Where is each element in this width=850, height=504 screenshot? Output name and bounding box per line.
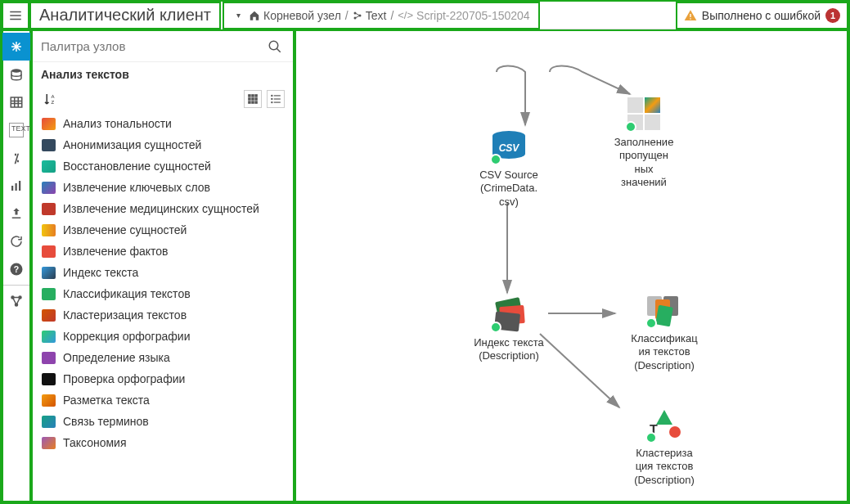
rail-table[interactable] — [2, 88, 30, 116]
svg-text:?: ? — [14, 264, 19, 274]
palette-item[interactable]: Кластеризация текстов — [33, 304, 293, 326]
palette-item[interactable]: Определение языка — [33, 347, 293, 368]
node-classification[interactable]: Классификация текстов(Description) — [619, 293, 709, 372]
search-button[interactable] — [265, 37, 285, 56]
svg-rect-21 — [254, 94, 258, 97]
palette-item-label: Разметка текста — [63, 394, 150, 407]
palette-item-label: Извлечение медицинских сущностей — [63, 202, 259, 215]
rail-text[interactable]: TEXT — [2, 116, 30, 144]
status-text: Выполнено с ошибкой — [702, 9, 821, 22]
rail-star[interactable] — [2, 33, 30, 61]
node-fill-missing[interactable]: Заполнениепропущенныхзначений — [599, 97, 689, 189]
search-input[interactable] — [41, 39, 265, 53]
rail-refresh[interactable] — [2, 227, 30, 255]
grid-view-button[interactable] — [244, 90, 262, 108]
canvas[interactable]: CSV CSV Source(CrimeData.csv) Заполнение… — [295, 29, 848, 502]
status-ok-icon — [490, 154, 501, 165]
palette-item-label: Извлечение фактов — [63, 245, 168, 258]
palette-item[interactable]: Извлечение сущностей — [33, 219, 293, 241]
palette-item-label: Кластеризация текстов — [63, 308, 187, 322]
svg-rect-26 — [251, 101, 254, 104]
svg-rect-24 — [254, 97, 258, 101]
rail-db[interactable] — [2, 61, 30, 88]
code-icon: </> — [398, 9, 413, 21]
palette-item[interactable]: Анализ тональности — [33, 113, 293, 134]
palette-panel: Анализ текстов AZ Анализ тональностиАнон… — [31, 29, 295, 502]
svg-rect-3 — [690, 14, 690, 17]
svg-text:Z: Z — [52, 100, 55, 105]
status-ok-icon — [625, 121, 636, 133]
palette-item-label: Проверка орфографии — [63, 372, 185, 385]
grid-icon — [247, 93, 259, 105]
palette-item[interactable]: Таксономия — [33, 432, 293, 453]
menu-button[interactable] — [2, 2, 29, 29]
node-icon — [41, 137, 56, 152]
status-ok-icon — [645, 432, 657, 443]
node-label: Классификац — [631, 332, 697, 344]
node-icon — [41, 393, 56, 407]
svg-rect-31 — [274, 98, 281, 99]
palette-item[interactable]: Проверка орфографии — [33, 368, 293, 389]
node-csv-source[interactable]: CSV CSV Source(CrimeData.csv) — [464, 129, 554, 209]
palette-item-label: Анонимизация сущностей — [63, 138, 201, 151]
svg-text:A: A — [52, 94, 55, 99]
search-icon — [268, 39, 282, 54]
palette-item[interactable]: Анонимизация сущностей — [33, 134, 293, 155]
node-icon — [41, 244, 56, 259]
palette-item-label: Извлечение сущностей — [63, 223, 187, 236]
list-view-button[interactable] — [267, 90, 285, 108]
breadcrumb[interactable]: ▾ Корневой узел / Text / </> Script-2207… — [223, 2, 540, 29]
node-icon — [41, 308, 56, 322]
svg-rect-4 — [690, 18, 690, 19]
links-layer — [296, 31, 847, 501]
rail-upload[interactable] — [2, 200, 30, 227]
branch-icon — [353, 11, 362, 20]
svg-point-28 — [271, 95, 272, 97]
breadcrumb-folder[interactable]: Text — [366, 9, 387, 22]
status-bar[interactable]: Выполнено с ошибкой 1 — [676, 2, 848, 29]
breadcrumb-root[interactable]: Корневой узел — [263, 9, 341, 22]
rail-help[interactable]: ? — [2, 255, 30, 283]
category-title: Анализ текстов — [33, 62, 293, 87]
palette-item[interactable]: Извлечение фактов — [33, 241, 293, 262]
rail-percent[interactable]: ⁒ — [2, 144, 30, 172]
palette-item-label: Индекс текста — [63, 266, 138, 279]
home-icon — [249, 10, 260, 21]
app-title: Аналитический клиент — [29, 2, 221, 29]
palette-item[interactable]: Связь терминов — [33, 411, 293, 432]
node-icon — [41, 350, 56, 365]
palette-item[interactable]: Извлечение медицинских сущностей — [33, 198, 293, 219]
palette-item-label: Таксономия — [63, 436, 126, 449]
rail-chart[interactable] — [2, 172, 30, 200]
list-icon — [270, 93, 281, 105]
palette-item[interactable]: Восстановление сущностей — [33, 155, 293, 177]
palette-item[interactable]: Извлечение ключевых слов — [33, 177, 293, 198]
breadcrumb-dropdown-icon[interactable]: ▾ — [232, 11, 244, 20]
node-icon — [41, 371, 56, 386]
svg-rect-19 — [248, 94, 251, 97]
svg-rect-23 — [251, 97, 254, 101]
rail-graph[interactable] — [2, 287, 30, 315]
palette-item-label: Восстановление сущностей — [63, 160, 211, 173]
svg-rect-33 — [274, 102, 281, 103]
palette-item[interactable]: Индекс текста — [33, 262, 293, 283]
palette-item-label: Классификация текстов — [63, 287, 191, 300]
palette-item[interactable]: Разметка текста — [33, 389, 293, 411]
svg-point-32 — [271, 101, 272, 103]
svg-rect-6 — [11, 97, 22, 107]
node-icon — [41, 223, 56, 237]
left-rail: TEXT ⁒ ? — [2, 29, 31, 502]
svg-rect-9 — [19, 181, 20, 191]
node-text-index[interactable]: Индекс текста(Description) — [464, 297, 554, 363]
svg-point-15 — [16, 304, 18, 306]
node-label: CSV Source — [479, 169, 538, 181]
node-icon — [41, 159, 56, 173]
svg-point-16 — [269, 41, 278, 50]
node-clustering[interactable]: T Кластеризация текстов(Description) — [619, 407, 709, 487]
svg-rect-25 — [248, 101, 251, 104]
palette-item[interactable]: Коррекция орфографии — [33, 326, 293, 347]
node-label: Кластериза — [636, 447, 693, 459]
sort-az-button[interactable]: AZ — [41, 90, 59, 108]
breadcrumb-current: Script-220705-150204 — [416, 9, 530, 22]
palette-item[interactable]: Классификация текстов — [33, 283, 293, 304]
